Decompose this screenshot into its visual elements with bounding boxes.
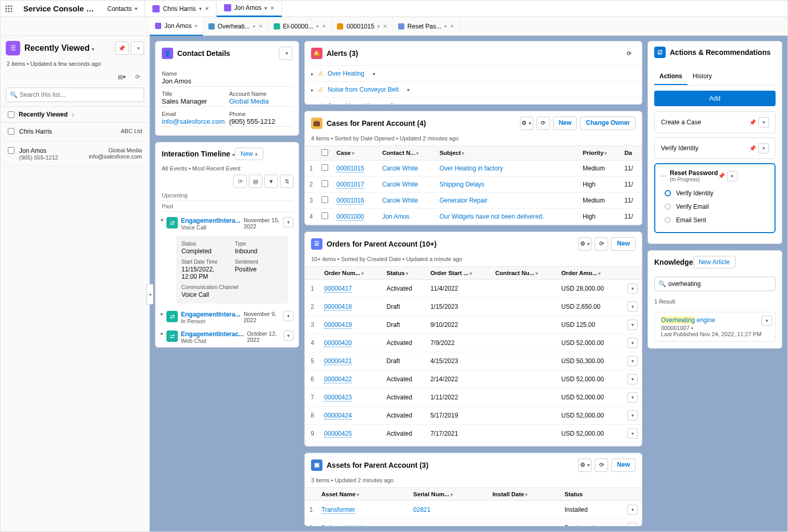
order-link[interactable]: 00000418	[324, 303, 351, 311]
timeline-title[interactable]: Interaction Timeline	[162, 150, 235, 158]
contact-name[interactable]: Jon Amos	[162, 77, 292, 87]
row-checkbox[interactable]	[321, 212, 328, 219]
knowledge-search-input[interactable]	[654, 277, 776, 291]
order-link[interactable]: 00000420	[324, 339, 351, 347]
alert-row[interactable]: ⚠Over Heating▾	[305, 65, 642, 81]
asset-link[interactable]: Transformer	[321, 506, 355, 514]
select-all-checkbox[interactable]	[321, 149, 328, 156]
chevron-right-icon[interactable]	[311, 86, 314, 93]
close-icon[interactable]: ✕	[270, 5, 274, 11]
chevron-icon[interactable]: ▸	[161, 330, 163, 344]
refresh-icon[interactable]	[537, 117, 550, 130]
select-all-checkbox[interactable]	[8, 111, 15, 118]
row-menu[interactable]: ▾	[627, 283, 638, 294]
gear-icon[interactable]: ⚙	[578, 458, 592, 472]
case-link[interactable]: 00001000	[336, 213, 364, 221]
display-as-icon[interactable]: ▤▾	[115, 70, 129, 83]
subtab[interactable]: Reset Pas...▾✕	[393, 17, 460, 36]
list-view-picker[interactable]: Recently Viewed	[24, 44, 94, 53]
chevron-icon[interactable]: ▾	[161, 217, 163, 231]
chevron-icon[interactable]: ▸	[161, 311, 163, 324]
list-row[interactable]: Jon Amos(905) 555-1212 Global Mediainfo@…	[1, 142, 149, 166]
contact-phone[interactable]: (905) 555-1212	[229, 117, 292, 127]
contact-link[interactable]: Carole White	[382, 181, 418, 188]
contact-link[interactable]: Carole White	[382, 165, 418, 172]
chevron-down-icon[interactable]: ▾	[316, 24, 319, 29]
chevron-down-icon[interactable]: ▾	[253, 24, 256, 29]
row-menu[interactable]: ▾	[727, 171, 738, 181]
knowledge-result[interactable]: Overheating engine 000001007 • Last Publ…	[654, 312, 776, 342]
chevron-down-icon[interactable]: ▾	[195, 23, 198, 28]
close-icon[interactable]: ✕	[322, 24, 326, 29]
new-case-button[interactable]: New	[553, 117, 578, 130]
timeline-item[interactable]: ▾ ⇄ EngagementIntera...Voice Call Novemb…	[156, 214, 299, 234]
asset-link[interactable]: Delivery Vehicles	[321, 524, 369, 526]
expand-all-icon[interactable]: ▤	[249, 175, 262, 188]
tab-contacts[interactable]: Contacts ▾	[100, 1, 145, 17]
row-checkbox[interactable]	[8, 128, 15, 135]
new-article-button[interactable]: New Article	[693, 256, 736, 268]
row-menu[interactable]: ▾	[627, 320, 638, 330]
subject-link[interactable]: Shipping Delays	[440, 181, 485, 188]
sort-icon[interactable]: ⇅	[280, 175, 293, 188]
chevron-down-icon[interactable]: ▾	[264, 5, 267, 11]
row-menu[interactable]: ▾	[283, 217, 293, 227]
row-menu[interactable]: ▾	[627, 392, 638, 402]
row-menu[interactable]: ▾	[284, 330, 293, 341]
timeline-new-button[interactable]: New	[235, 148, 263, 160]
row-menu[interactable]: ▾	[627, 356, 638, 366]
pin-icon[interactable]: 📌	[115, 41, 129, 55]
contact-email-link[interactable]: info@salesforce.com	[162, 117, 225, 127]
action-row[interactable]: Verify Identity📌▾	[654, 137, 776, 159]
flow-step[interactable]: Verify Identity	[665, 186, 769, 200]
chevron-down-icon[interactable]: ▾	[199, 6, 202, 11]
subtab[interactable]: EI-00000...▾✕	[269, 17, 332, 36]
row-menu[interactable]: ▾	[627, 301, 638, 312]
chevron-down-icon[interactable]: ▾	[373, 71, 375, 77]
app-launcher[interactable]	[1, 5, 17, 13]
refresh-icon[interactable]	[233, 175, 247, 188]
list-search-input[interactable]	[6, 88, 144, 102]
chevron-down-icon[interactable]: ▾	[409, 103, 412, 105]
filter-icon[interactable]: ▼	[264, 175, 278, 188]
more-icon[interactable]: ⋯	[660, 172, 667, 180]
tab-actions[interactable]: Actions	[654, 68, 687, 85]
add-button[interactable]: Add	[654, 91, 776, 106]
chevron-down-icon[interactable]: ▾	[377, 24, 380, 29]
gear-icon[interactable]: ⚙	[520, 117, 533, 130]
gear-icon[interactable]: ⚙	[578, 237, 592, 251]
close-icon[interactable]: ✕	[259, 24, 263, 29]
tab-history[interactable]: History	[687, 68, 717, 85]
timeline-item[interactable]: ▸ ⇄ EngagementIntera...In Person Novembe…	[156, 308, 299, 327]
timeline-item[interactable]: ▸ ⇄ EngagementInterac...Web Chat October…	[156, 327, 299, 347]
chevron-right-icon[interactable]	[311, 102, 314, 105]
refresh-icon[interactable]	[595, 237, 608, 251]
contact-account-link[interactable]: Global Media	[229, 97, 292, 107]
tab-jon-amos[interactable]: Jon Amos ▾ ✕	[217, 1, 283, 17]
action-row[interactable]: Create a Case📌▾	[654, 111, 776, 133]
new-order-button[interactable]: New	[611, 237, 636, 251]
alert-row[interactable]: ⚠Annual inspection pending▾	[305, 97, 642, 105]
row-checkbox[interactable]	[8, 147, 15, 154]
list-actions-menu[interactable]	[131, 41, 144, 55]
list-group-header[interactable]: Recently Viewed ↓	[1, 106, 149, 123]
row-menu[interactable]: ▾	[762, 315, 772, 326]
subtab[interactable]: Overheati...▾✕	[203, 17, 269, 36]
subtab[interactable]: 00001015▾✕	[332, 17, 392, 36]
row-menu[interactable]: ▾	[758, 117, 769, 127]
subject-link[interactable]: Generator Repair	[440, 197, 488, 204]
row-checkbox[interactable]	[321, 164, 328, 171]
change-owner-button[interactable]: Change Owner	[580, 117, 636, 130]
card-menu[interactable]	[279, 47, 292, 60]
row-menu[interactable]: ▾	[627, 505, 638, 515]
order-link[interactable]: 00000419	[324, 321, 351, 329]
case-link[interactable]: 00001016	[336, 197, 364, 205]
refresh-icon[interactable]	[131, 70, 144, 83]
row-checkbox[interactable]	[321, 196, 328, 203]
row-menu[interactable]: ▾	[283, 311, 293, 321]
close-icon[interactable]: ✕	[383, 24, 387, 29]
order-link[interactable]: 00000424	[324, 412, 351, 420]
row-menu[interactable]: ▾	[758, 143, 769, 153]
contact-title[interactable]: Sales Manager	[162, 97, 225, 107]
subject-link[interactable]: Over Heating in factory	[440, 165, 503, 172]
